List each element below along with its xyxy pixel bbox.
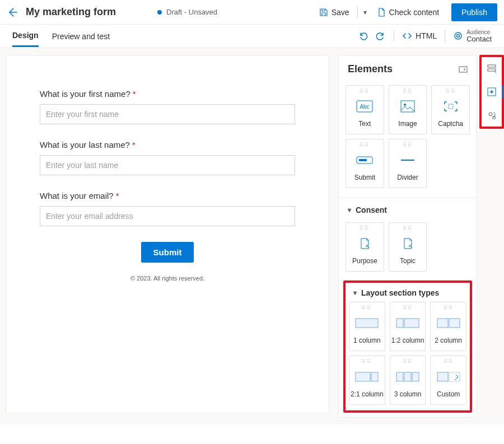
field-label-text: What is your last name? (40, 140, 130, 149)
elements-panel: Elements ⠿⠿ Abc Text ⠿⠿ (338, 55, 477, 418)
publish-label: Publish (461, 8, 487, 17)
back-arrow-icon[interactable] (7, 7, 20, 18)
tile-label: 1 column (353, 336, 381, 344)
divider (445, 30, 445, 41)
form-footer: © 2023. All rights reserved. (40, 275, 295, 282)
grip-icon: ⠿⠿ (403, 143, 413, 148)
one-column-icon (355, 314, 379, 332)
grip-icon: ⠿⠿ (360, 143, 370, 148)
grip-icon: ⠿⠿ (360, 89, 370, 94)
grip-icon: ⠿⠿ (444, 359, 454, 364)
svg-rect-14 (437, 319, 448, 328)
tile-text[interactable]: ⠿⠿ Abc Text (346, 85, 384, 134)
publish-button[interactable]: Publish (451, 3, 497, 21)
grip-icon: ⠿⠿ (403, 306, 413, 311)
svg-text:Abc: Abc (360, 104, 370, 110)
tile-divider[interactable]: ⠿⠿ Divider (389, 139, 427, 188)
svg-point-6 (404, 104, 406, 106)
canvas-column: What is your first name?* What is your l… (0, 48, 336, 424)
one-two-column-icon (396, 314, 419, 332)
redo-icon[interactable] (376, 31, 386, 41)
tab-preview[interactable]: Preview and test (52, 26, 110, 46)
panel-collapse-icon[interactable] (459, 66, 468, 73)
svg-rect-15 (449, 319, 460, 328)
consent-title: Consent (356, 205, 387, 214)
save-dropdown[interactable]: ▾ (360, 3, 370, 21)
svg-rect-13 (404, 319, 419, 328)
tab-bar: Design Preview and test HTML Audience Co… (0, 25, 504, 48)
form-submit-button[interactable]: Submit (141, 242, 194, 263)
tile-topic[interactable]: ⠿⠿ Topic (389, 222, 427, 272)
form-canvas[interactable]: What is your first name?* What is your l… (6, 55, 329, 413)
tile-label: 2:1 column (351, 390, 384, 398)
tile-1-column[interactable]: ⠿⠿ 1 column (349, 302, 385, 351)
first-name-input[interactable] (40, 104, 295, 124)
tile-label: 2 column (435, 336, 462, 344)
check-content-button[interactable]: Check content (371, 3, 445, 21)
rail-elements-icon[interactable] (484, 84, 500, 100)
custom-column-icon (437, 368, 460, 386)
html-toggle[interactable]: HTML (402, 31, 437, 41)
email-input[interactable] (40, 206, 295, 226)
three-column-icon (396, 368, 419, 386)
audience-selector[interactable]: Audience Contact (453, 29, 492, 43)
tile-purpose[interactable]: ⠿⠿ Purpose (346, 222, 384, 272)
tile-captcha[interactable]: ⠿⠿ Captcha (431, 85, 470, 134)
svg-point-0 (455, 32, 461, 39)
right-rail (479, 55, 504, 418)
form-field-first-name: What is your first name?* (40, 89, 295, 124)
required-icon: * (132, 140, 136, 149)
undo-icon[interactable] (358, 31, 368, 41)
svg-rect-20 (412, 372, 419, 381)
tile-label: Divider (397, 174, 418, 181)
svg-rect-24 (488, 69, 496, 71)
svg-rect-5 (401, 101, 414, 112)
audience-text: Audience Contact (466, 29, 492, 43)
status-text: Draft - Unsaved (166, 8, 217, 16)
grip-icon: ⠿⠿ (403, 226, 413, 231)
tile-2-1-column[interactable]: ⠿⠿ 2:1 column (349, 356, 385, 405)
rail-settings-icon[interactable] (484, 108, 500, 123)
save-icon (319, 8, 328, 17)
purpose-icon (358, 235, 371, 253)
svg-rect-7 (449, 104, 453, 109)
svg-point-28 (489, 113, 492, 116)
grip-icon: ⠿⠿ (362, 359, 372, 364)
divider-icon (400, 151, 416, 169)
tile-submit[interactable]: ⠿⠿ Submit (346, 139, 384, 188)
layout-header[interactable]: ▾ Layout section types (349, 286, 466, 302)
tile-1-2-column[interactable]: ⠿⠿ 1:2 column (390, 302, 426, 351)
save-button[interactable]: Save (314, 3, 355, 21)
basic-tiles: ⠿⠿ Abc Text ⠿⠿ Image ⠿⠿ (346, 85, 470, 188)
form-field-last-name: What is your last name?* (40, 140, 295, 175)
consent-section: ⠿⠿ Purpose ⠿⠿ Topic (339, 220, 477, 278)
rail-highlight (479, 55, 504, 129)
tile-2-column[interactable]: ⠿⠿ 2 column (430, 302, 466, 351)
consent-header[interactable]: ▾ Consent (339, 200, 477, 220)
tab-right-tools: HTML Audience Contact (358, 29, 492, 43)
html-label-text: HTML (416, 31, 437, 40)
tile-label: Purpose (352, 257, 377, 265)
submit-icon (356, 151, 373, 169)
panel-header: Elements (339, 55, 477, 83)
target-icon (453, 31, 463, 41)
panel-title: Elements (348, 63, 393, 75)
tile-label: 1:2 column (391, 336, 424, 344)
status-dot-icon (157, 10, 162, 15)
svg-rect-11 (356, 319, 378, 328)
required-icon: * (116, 191, 119, 200)
tab-design[interactable]: Design (12, 25, 39, 47)
svg-rect-23 (488, 65, 496, 67)
document-check-icon (377, 8, 386, 17)
consent-tiles: ⠿⠿ Purpose ⠿⠿ Topic (346, 222, 470, 272)
tile-label: 3 column (394, 390, 422, 398)
divider (394, 30, 394, 41)
last-name-input[interactable] (40, 155, 295, 175)
tile-custom-column[interactable]: ⠿⠿ Custom (430, 356, 466, 405)
rail-form-fields-icon[interactable] (484, 60, 500, 76)
tile-3-column[interactable]: ⠿⠿ 3 column (390, 356, 426, 405)
field-label: What is your email?* (40, 191, 295, 200)
chevron-down-icon: ▾ (353, 289, 357, 297)
tile-image[interactable]: ⠿⠿ Image (389, 85, 427, 134)
grip-icon: ⠿⠿ (446, 89, 456, 94)
